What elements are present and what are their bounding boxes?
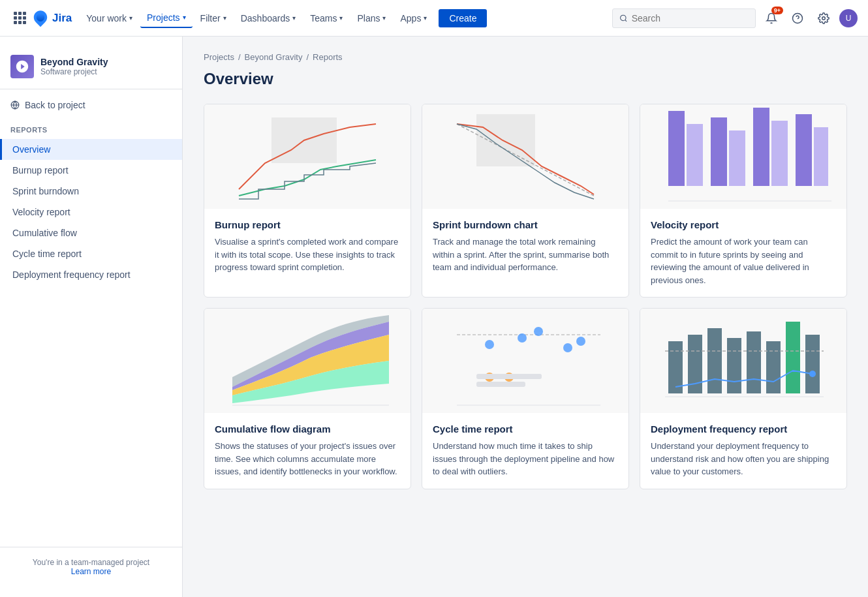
burnup-card-body: Burnup report Visualise a sprint's compl… <box>204 209 411 284</box>
project-name: Beyond Gravity <box>40 57 108 67</box>
breadcrumb-projects[interactable]: Projects <box>204 52 234 62</box>
cycletime-card-title: Cycle time report <box>433 423 618 435</box>
svg-rect-14 <box>771 121 788 186</box>
nav-projects[interactable]: Projects ▾ <box>140 8 193 28</box>
svg-rect-7 <box>476 114 535 166</box>
burnup-chart <box>204 104 411 209</box>
svg-rect-13 <box>753 108 769 186</box>
cumulative-flow-card[interactable]: Cumulative flow diagram Shows the status… <box>204 308 411 489</box>
help-button[interactable] <box>787 8 808 29</box>
breadcrumb-beyond-gravity[interactable]: Beyond Gravity <box>245 52 303 62</box>
deployment-card-desc: Understand your deployment frequency to … <box>651 440 836 478</box>
grid-menu-button[interactable] <box>10 9 29 27</box>
sidebar-item-cycle-time[interactable]: Cycle time report <box>0 243 182 264</box>
breadcrumb-reports: Reports <box>313 52 343 62</box>
svg-rect-32 <box>707 328 722 393</box>
search-box[interactable] <box>612 8 756 28</box>
deployment-frequency-card[interactable]: Deployment frequency report Understand y… <box>640 308 847 489</box>
main-layout: Beyond Gravity Software project Back to … <box>0 37 868 597</box>
svg-rect-35 <box>766 341 781 393</box>
settings-button[interactable] <box>813 8 834 29</box>
svg-point-22 <box>534 327 543 336</box>
search-icon <box>619 14 628 23</box>
sidebar-item-velocity[interactable]: Velocity report <box>0 202 182 222</box>
top-navigation: Jira Your work ▾ Projects ▾ Filter ▾ Das… <box>0 0 868 37</box>
cumulative-card-desc: Shows the statuses of your project's iss… <box>215 440 400 478</box>
nav-plans[interactable]: Plans ▾ <box>350 9 392 27</box>
svg-point-39 <box>809 371 816 377</box>
chevron-down-icon: ▾ <box>223 14 226 22</box>
burndown-chart <box>422 104 628 209</box>
burndown-card-desc: Track and manage the total work remainin… <box>433 236 618 274</box>
chevron-down-icon: ▾ <box>382 14 386 22</box>
nav-teams[interactable]: Teams ▾ <box>303 9 349 27</box>
deployment-card-title: Deployment frequency report <box>651 423 836 435</box>
sidebar-item-deployment[interactable]: Deployment frequency report <box>0 264 182 285</box>
svg-point-21 <box>518 333 527 343</box>
chevron-down-icon: ▾ <box>424 14 427 22</box>
svg-rect-34 <box>747 331 761 393</box>
svg-point-24 <box>576 337 585 346</box>
svg-rect-9 <box>668 111 685 186</box>
notifications-button[interactable]: 9+ <box>761 8 782 29</box>
nav-your-work[interactable]: Your work ▾ <box>80 9 139 27</box>
reports-grid: Burnup report Visualise a sprint's compl… <box>204 104 847 489</box>
sidebar-item-burnup[interactable]: Burnup report <box>0 160 182 181</box>
create-button[interactable]: Create <box>439 9 487 27</box>
sidebar-section-reports: Reports <box>0 121 182 139</box>
project-type: Software project <box>40 67 108 76</box>
sidebar-project: Beyond Gravity Software project <box>0 47 182 89</box>
nav-apps[interactable]: Apps ▾ <box>394 9 433 27</box>
sprint-burndown-card[interactable]: Sprint burndown chart Track and manage t… <box>422 104 629 298</box>
sidebar-item-sprint-burndown[interactable]: Sprint burndown <box>0 181 182 202</box>
svg-point-0 <box>621 15 626 20</box>
svg-point-20 <box>485 340 494 349</box>
project-info: Beyond Gravity Software project <box>40 57 108 76</box>
learn-more-link[interactable]: Learn more <box>71 567 111 576</box>
velocity-card-desc: Predict the amount of work your team can… <box>651 236 836 286</box>
cumulative-card-title: Cumulative flow diagram <box>215 423 400 435</box>
help-icon <box>792 12 803 24</box>
cycletime-card-desc: Understand how much time it takes to shi… <box>433 440 618 478</box>
svg-rect-37 <box>805 335 820 393</box>
velocity-report-card[interactable]: Velocity report Predict the amount of wo… <box>640 104 847 298</box>
svg-rect-36 <box>786 322 800 393</box>
cycle-time-card[interactable]: Cycle time report Understand how much ti… <box>422 308 629 489</box>
sidebar: Beyond Gravity Software project Back to … <box>0 37 183 597</box>
nav-filter[interactable]: Filter ▾ <box>194 9 233 27</box>
sidebar-item-overview[interactable]: Overview <box>0 139 182 160</box>
svg-rect-11 <box>711 117 727 186</box>
nav-items: Your work ▾ Projects ▾ Filter ▾ Dashboar… <box>80 8 433 28</box>
svg-rect-15 <box>796 114 812 186</box>
svg-point-23 <box>563 343 572 352</box>
notification-badge: 9+ <box>771 7 783 14</box>
chevron-down-icon: ▾ <box>292 14 296 22</box>
svg-rect-10 <box>687 124 703 186</box>
chevron-down-icon: ▾ <box>129 14 132 22</box>
chevron-down-icon: ▾ <box>339 14 343 22</box>
cumulative-card-body: Cumulative flow diagram Shows the status… <box>204 413 411 489</box>
deployment-card-body: Deployment frequency report Understand y… <box>640 413 846 489</box>
burnup-report-card[interactable]: Burnup report Visualise a sprint's compl… <box>204 104 411 298</box>
velocity-card-title: Velocity report <box>651 219 836 230</box>
nav-dashboards[interactable]: Dashboards ▾ <box>234 9 303 27</box>
svg-rect-16 <box>814 127 828 186</box>
svg-rect-28 <box>476 382 525 387</box>
back-label: Back to project <box>25 100 85 110</box>
avatar[interactable]: U <box>839 9 858 27</box>
jira-logo[interactable]: Jira <box>31 9 72 27</box>
cycletime-chart <box>422 309 628 413</box>
chevron-down-icon: ▾ <box>183 14 186 21</box>
deployment-chart <box>640 309 846 413</box>
cycletime-card-body: Cycle time report Understand how much ti… <box>422 413 628 489</box>
back-to-project[interactable]: Back to project <box>0 95 182 115</box>
search-input[interactable] <box>632 13 749 23</box>
brand-label: Jira <box>52 12 72 25</box>
sidebar-footer: You're in a team-managed project Learn m… <box>0 547 182 587</box>
velocity-card-body: Velocity report Predict the amount of wo… <box>640 209 846 297</box>
svg-rect-33 <box>727 338 741 393</box>
main-content: Projects / Beyond Gravity / Reports Over… <box>183 37 868 597</box>
svg-rect-27 <box>476 374 542 379</box>
sidebar-item-cumulative[interactable]: Cumulative flow <box>0 222 182 243</box>
svg-point-3 <box>822 16 826 20</box>
